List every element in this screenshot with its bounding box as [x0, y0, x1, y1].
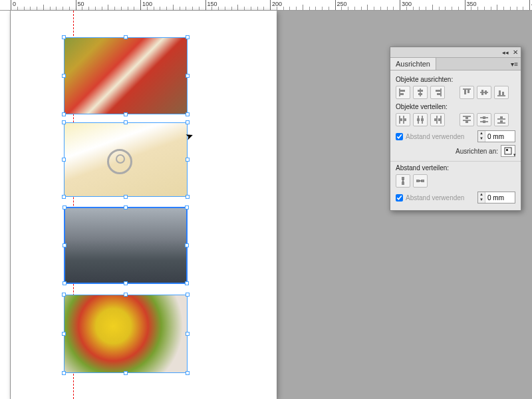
selection-handle-nw[interactable] — [62, 293, 66, 297]
selection-handle-w[interactable] — [63, 243, 66, 247]
tab-label: Ausrichten — [396, 60, 430, 68]
image-content — [65, 295, 187, 372]
svg-rect-10 — [464, 90, 466, 94]
distribute-right-button[interactable] — [430, 113, 445, 126]
ruler-vertical[interactable] — [0, 11, 11, 399]
svg-rect-21 — [404, 118, 406, 121]
selection-handle-se[interactable] — [186, 195, 190, 199]
selection-handle-s[interactable] — [124, 112, 128, 116]
selection-handle-s[interactable] — [124, 371, 128, 375]
align-right-button[interactable] — [430, 86, 445, 99]
align-top-button[interactable] — [460, 86, 474, 99]
selection-handle-nw[interactable] — [62, 35, 66, 39]
panel-header[interactable]: ◂◂ ✕ — [390, 47, 521, 58]
selection-handle-w[interactable] — [62, 74, 66, 78]
selection-handle-ne[interactable] — [186, 120, 190, 124]
selection-handle-n[interactable] — [124, 205, 128, 209]
spacing-input-2[interactable] — [485, 194, 515, 201]
image-content — [65, 123, 187, 196]
image-frame-spa[interactable] — [64, 122, 188, 197]
use-spacing-checkbox-2[interactable] — [396, 194, 403, 201]
spacing-section-label: Abstand verteilen: — [396, 164, 515, 172]
distribute-left-button[interactable] — [396, 113, 410, 126]
spacing-field-2[interactable]: ▲▼ — [477, 192, 515, 203]
svg-rect-41 — [500, 120, 503, 122]
selection-handle-w[interactable] — [62, 332, 66, 336]
align-to-row: Ausrichten an: — [396, 145, 515, 157]
collapse-icon[interactable]: ◂◂ — [502, 49, 509, 56]
distribute-vspacing-button[interactable] — [396, 174, 410, 188]
panel-menu-icon[interactable]: ▾≡ — [508, 61, 521, 68]
svg-rect-37 — [483, 120, 485, 123]
align-to-dropdown[interactable] — [501, 145, 515, 157]
align-left-button[interactable] — [396, 86, 410, 99]
svg-rect-33 — [466, 121, 468, 123]
svg-rect-43 — [506, 149, 508, 151]
svg-rect-32 — [466, 117, 468, 119]
image-frame-apples[interactable] — [64, 37, 188, 114]
distribute-buttons-row — [396, 113, 515, 126]
distribute-vcenter-button[interactable] — [477, 113, 491, 126]
close-icon[interactable]: ✕ — [513, 49, 518, 56]
selection-handle-n[interactable] — [124, 293, 128, 297]
align-vcenter-button[interactable] — [477, 86, 491, 99]
svg-rect-24 — [417, 118, 420, 121]
selection-handle-se[interactable] — [186, 371, 190, 375]
align-buttons-row — [396, 86, 515, 99]
spacing-buttons-row — [396, 174, 515, 188]
ruler-horizontal[interactable] — [0, 0, 532, 11]
selection-handle-e[interactable] — [186, 332, 190, 336]
distribute-section-label: Objekte verteilen: — [396, 103, 515, 110]
spinner-up-icon[interactable]: ▲ — [478, 192, 485, 198]
selection-handle-ne[interactable] — [186, 35, 190, 39]
spinner-up-icon[interactable]: ▲ — [478, 131, 485, 136]
selection-handle-n[interactable] — [124, 120, 128, 124]
distribute-hspacing-button[interactable] — [413, 174, 428, 188]
selection-handle-s[interactable] — [124, 195, 128, 199]
svg-rect-50 — [422, 180, 424, 182]
align-panel[interactable]: ◂◂ ✕ Ausrichten ▾≡ Objekte ausrichten: O… — [390, 47, 521, 211]
distribute-bottom-button[interactable] — [494, 113, 509, 126]
image-frame-kid[interactable] — [64, 207, 188, 284]
distribute-top-button[interactable] — [460, 113, 474, 126]
tab-align[interactable]: Ausrichten — [390, 58, 436, 70]
selection-handle-w[interactable] — [62, 158, 66, 162]
svg-rect-4 — [418, 90, 423, 92]
use-spacing-row-2: Abstand verwenden ▲▼ — [396, 192, 515, 203]
svg-rect-20 — [400, 118, 402, 121]
selection-handle-ne[interactable] — [185, 205, 189, 209]
selection-handle-e[interactable] — [186, 74, 190, 78]
selection-handle-nw[interactable] — [63, 205, 66, 209]
svg-rect-49 — [416, 180, 418, 182]
selection-handle-n[interactable] — [124, 35, 128, 39]
svg-rect-14 — [485, 90, 487, 94]
align-hcenter-button[interactable] — [413, 86, 428, 99]
spinner-down-icon[interactable]: ▼ — [478, 136, 485, 142]
image-frame-food[interactable] — [64, 295, 188, 373]
selection-handle-sw[interactable] — [63, 281, 66, 285]
image-content — [65, 208, 186, 283]
selection-handle-e[interactable] — [185, 243, 189, 247]
spinner-down-icon[interactable]: ▼ — [478, 198, 485, 203]
selection-handle-se[interactable] — [185, 281, 189, 285]
image-content — [65, 38, 187, 114]
svg-rect-45 — [402, 183, 404, 185]
selection-handle-e[interactable] — [186, 158, 190, 162]
svg-rect-2 — [400, 93, 404, 95]
selection-handle-sw[interactable] — [62, 112, 66, 116]
spacing-field-1[interactable]: ▲▼ — [477, 130, 515, 142]
selection-handle-sw[interactable] — [62, 371, 66, 375]
use-spacing-checkbox-1[interactable] — [396, 133, 403, 140]
svg-rect-13 — [481, 90, 483, 95]
selection-handle-nw[interactable] — [62, 120, 66, 124]
align-bottom-button[interactable] — [494, 86, 509, 99]
document-page[interactable] — [11, 11, 277, 399]
selection-handle-s[interactable] — [124, 281, 128, 285]
selection-handle-ne[interactable] — [186, 293, 190, 297]
selection-handle-sw[interactable] — [62, 195, 66, 199]
spacing-input-1[interactable] — [485, 133, 515, 140]
svg-rect-8 — [437, 93, 440, 95]
svg-rect-5 — [418, 93, 422, 95]
distribute-hcenter-button[interactable] — [413, 113, 428, 126]
selection-handle-se[interactable] — [186, 112, 190, 116]
